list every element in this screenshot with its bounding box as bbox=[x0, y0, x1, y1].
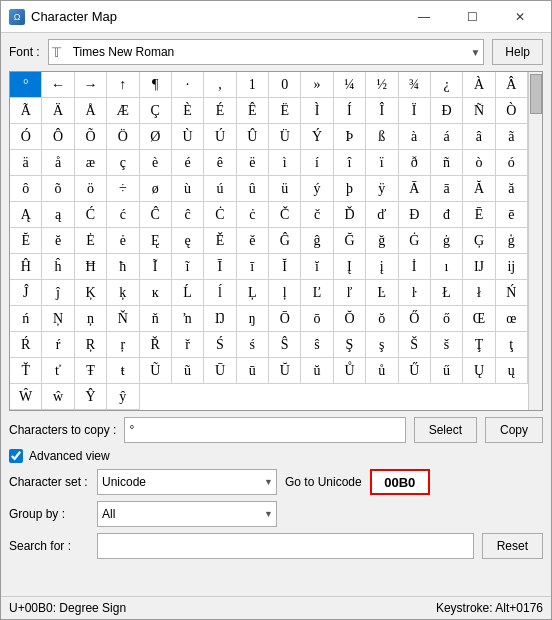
char-cell[interactable]: ï bbox=[366, 150, 398, 176]
char-cell[interactable]: Ñ bbox=[463, 98, 495, 124]
char-cell[interactable]: Ş bbox=[334, 332, 366, 358]
char-cell[interactable]: Î bbox=[366, 98, 398, 124]
char-cell[interactable]: Ĉ bbox=[140, 202, 172, 228]
char-cell[interactable]: ŏ bbox=[366, 306, 398, 332]
char-cell[interactable]: Ħ bbox=[75, 254, 107, 280]
char-cell[interactable]: Þ bbox=[334, 124, 366, 150]
char-cell[interactable]: ú bbox=[204, 176, 236, 202]
char-cell[interactable]: ĸ bbox=[140, 280, 172, 306]
char-cell[interactable]: Ô bbox=[42, 124, 74, 150]
char-cell[interactable]: ÿ bbox=[366, 176, 398, 202]
char-cell[interactable]: ↑ bbox=[107, 72, 139, 98]
char-cell[interactable]: Ü bbox=[269, 124, 301, 150]
char-cell[interactable]: Ê bbox=[237, 98, 269, 124]
char-cell[interactable]: ũ bbox=[172, 358, 204, 384]
char-cell[interactable]: ľ bbox=[334, 280, 366, 306]
char-cell[interactable]: Ī bbox=[204, 254, 236, 280]
char-cell[interactable]: ŋ bbox=[237, 306, 269, 332]
char-cell[interactable]: ŀ bbox=[399, 280, 431, 306]
char-cell[interactable]: Ï bbox=[399, 98, 431, 124]
char-cell[interactable]: Ŗ bbox=[75, 332, 107, 358]
grid-scrollbar[interactable] bbox=[528, 72, 542, 410]
char-cell[interactable]: ù bbox=[172, 176, 204, 202]
char-cell[interactable]: Ù bbox=[172, 124, 204, 150]
char-cell[interactable]: ı bbox=[431, 254, 463, 280]
char-cell[interactable]: ¾ bbox=[399, 72, 431, 98]
char-cell[interactable]: Ā bbox=[399, 176, 431, 202]
char-cell[interactable]: 1 bbox=[237, 72, 269, 98]
char-cell[interactable]: ô bbox=[10, 176, 42, 202]
char-cell[interactable]: Ø bbox=[140, 124, 172, 150]
char-cell[interactable]: Ć bbox=[75, 202, 107, 228]
char-cell[interactable]: ŭ bbox=[301, 358, 333, 384]
char-cell[interactable]: ş bbox=[366, 332, 398, 358]
char-cell[interactable]: å bbox=[42, 150, 74, 176]
char-cell[interactable]: ō bbox=[301, 306, 333, 332]
char-cell[interactable]: È bbox=[172, 98, 204, 124]
char-cell[interactable]: Ĥ bbox=[10, 254, 42, 280]
search-input[interactable] bbox=[97, 533, 474, 559]
char-cell[interactable]: þ bbox=[334, 176, 366, 202]
char-cell[interactable]: Ţ bbox=[463, 332, 495, 358]
char-cell[interactable]: Ģ bbox=[463, 228, 495, 254]
char-cell[interactable]: Ì bbox=[301, 98, 333, 124]
char-cell[interactable]: Ķ bbox=[75, 280, 107, 306]
char-cell[interactable]: Ŝ bbox=[269, 332, 301, 358]
char-cell[interactable]: ę bbox=[172, 228, 204, 254]
char-cell[interactable]: ğ bbox=[366, 228, 398, 254]
char-cell[interactable]: Ç bbox=[140, 98, 172, 124]
char-cell[interactable]: ã bbox=[496, 124, 528, 150]
char-cell[interactable]: É bbox=[204, 98, 236, 124]
char-cell[interactable]: 0 bbox=[269, 72, 301, 98]
char-cell[interactable]: Ă bbox=[463, 176, 495, 202]
reset-button[interactable]: Reset bbox=[482, 533, 543, 559]
char-cell[interactable]: ò bbox=[463, 150, 495, 176]
char-cell[interactable]: Ŋ bbox=[204, 306, 236, 332]
char-cell[interactable]: Ť bbox=[10, 358, 42, 384]
char-cell[interactable]: õ bbox=[42, 176, 74, 202]
help-button[interactable]: Help bbox=[492, 39, 543, 65]
char-cell[interactable]: ļ bbox=[269, 280, 301, 306]
char-cell[interactable]: Ö bbox=[107, 124, 139, 150]
char-cell[interactable]: ď bbox=[366, 202, 398, 228]
char-cell[interactable]: Ł bbox=[431, 280, 463, 306]
char-cell[interactable]: è bbox=[140, 150, 172, 176]
char-cell[interactable]: ¶ bbox=[140, 72, 172, 98]
char-cell[interactable]: Ð bbox=[431, 98, 463, 124]
char-cell[interactable]: ë bbox=[237, 150, 269, 176]
char-cell[interactable]: Ļ bbox=[237, 280, 269, 306]
char-cell[interactable]: · bbox=[172, 72, 204, 98]
char-cell[interactable]: Ŷ bbox=[75, 384, 107, 410]
char-cell[interactable]: Ċ bbox=[204, 202, 236, 228]
char-cell[interactable]: ė bbox=[107, 228, 139, 254]
char-cell[interactable]: Ē bbox=[463, 202, 495, 228]
char-cell[interactable]: Ų bbox=[463, 358, 495, 384]
char-cell[interactable]: IJ bbox=[463, 254, 495, 280]
char-cell[interactable]: Ã bbox=[10, 98, 42, 124]
char-cell[interactable]: Ĩ bbox=[140, 254, 172, 280]
char-cell[interactable]: Ņ bbox=[42, 306, 74, 332]
char-cell[interactable]: Ŏ bbox=[334, 306, 366, 332]
char-cell[interactable]: , bbox=[204, 72, 236, 98]
char-cell[interactable]: ň bbox=[140, 306, 172, 332]
char-cell[interactable]: Đ bbox=[399, 202, 431, 228]
char-cell[interactable]: Ŀ bbox=[366, 280, 398, 306]
char-cell[interactable]: ć bbox=[107, 202, 139, 228]
char-cell[interactable]: â bbox=[463, 124, 495, 150]
char-cell[interactable]: ł bbox=[463, 280, 495, 306]
char-cell[interactable]: À bbox=[463, 72, 495, 98]
char-cell[interactable]: Ë bbox=[269, 98, 301, 124]
char-cell[interactable]: ij bbox=[496, 254, 528, 280]
char-cell[interactable]: Ĕ bbox=[10, 228, 42, 254]
char-cell[interactable]: ĭ bbox=[301, 254, 333, 280]
char-cell[interactable]: ų bbox=[496, 358, 528, 384]
char-cell[interactable]: æ bbox=[75, 150, 107, 176]
char-cell[interactable]: à bbox=[399, 124, 431, 150]
char-cell[interactable]: Œ bbox=[463, 306, 495, 332]
char-cell[interactable]: Ĝ bbox=[269, 228, 301, 254]
char-cell[interactable]: Å bbox=[75, 98, 107, 124]
char-cell[interactable]: ŗ bbox=[107, 332, 139, 358]
char-cell[interactable]: ą bbox=[42, 202, 74, 228]
char-cell[interactable]: ķ bbox=[107, 280, 139, 306]
char-cell[interactable]: č bbox=[301, 202, 333, 228]
